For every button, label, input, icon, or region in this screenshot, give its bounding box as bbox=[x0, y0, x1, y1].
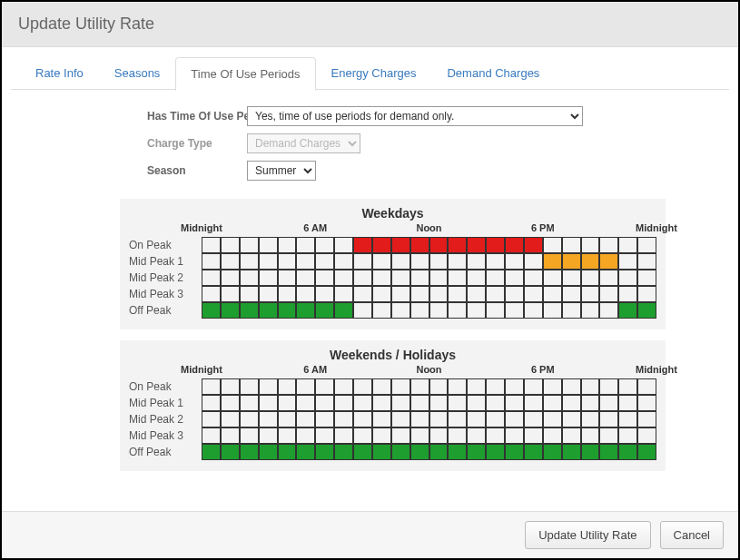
weekends-grid[interactable] bbox=[202, 378, 656, 460]
tou-cell[interactable] bbox=[543, 270, 562, 286]
tou-cell[interactable] bbox=[581, 253, 600, 270]
tou-cell[interactable] bbox=[618, 270, 637, 286]
tou-cell[interactable] bbox=[581, 270, 600, 286]
tou-cell[interactable] bbox=[240, 302, 259, 319]
weekdays-grid[interactable] bbox=[202, 237, 656, 319]
tou-cell[interactable] bbox=[467, 395, 486, 411]
tou-cell[interactable] bbox=[240, 378, 259, 395]
tou-cell[interactable] bbox=[259, 270, 278, 286]
select-season[interactable]: Summer bbox=[247, 161, 316, 181]
tou-cell[interactable] bbox=[353, 427, 372, 444]
tou-cell[interactable] bbox=[353, 411, 372, 427]
tou-cell[interactable] bbox=[202, 237, 221, 253]
tou-cell[interactable] bbox=[599, 237, 618, 253]
tou-cell[interactable] bbox=[240, 444, 259, 460]
tou-cell[interactable] bbox=[505, 395, 524, 411]
tou-cell[interactable] bbox=[391, 444, 410, 460]
tou-cell[interactable] bbox=[315, 286, 334, 302]
tab-energy-charges[interactable]: Energy Charges bbox=[316, 56, 432, 90]
tou-cell[interactable] bbox=[391, 395, 410, 411]
tou-cell[interactable] bbox=[259, 286, 278, 302]
tou-cell[interactable] bbox=[296, 253, 315, 270]
tou-cell[interactable] bbox=[505, 427, 524, 444]
cancel-button[interactable]: Cancel bbox=[660, 521, 724, 549]
tou-cell[interactable] bbox=[524, 427, 543, 444]
tou-cell[interactable] bbox=[202, 411, 221, 427]
tou-cell[interactable] bbox=[599, 427, 618, 444]
tou-cell[interactable] bbox=[524, 378, 543, 395]
select-has-tou[interactable]: Yes, time of use periods for demand only… bbox=[247, 106, 583, 126]
tou-cell[interactable] bbox=[505, 411, 524, 427]
tou-cell[interactable] bbox=[334, 237, 353, 253]
tou-cell[interactable] bbox=[637, 427, 656, 444]
tou-cell[interactable] bbox=[486, 253, 505, 270]
tou-cell[interactable] bbox=[259, 302, 278, 319]
tou-cell[interactable] bbox=[562, 444, 581, 460]
tou-cell[interactable] bbox=[334, 411, 353, 427]
tou-cell[interactable] bbox=[562, 237, 581, 253]
tou-cell[interactable] bbox=[278, 286, 297, 302]
tou-cell[interactable] bbox=[259, 253, 278, 270]
tou-cell[interactable] bbox=[524, 395, 543, 411]
tou-cell[interactable] bbox=[637, 270, 656, 286]
tou-cell[interactable] bbox=[259, 411, 278, 427]
tou-cell[interactable] bbox=[221, 378, 240, 395]
tou-cell[interactable] bbox=[278, 302, 297, 319]
tou-cell[interactable] bbox=[315, 302, 334, 319]
tou-cell[interactable] bbox=[296, 237, 315, 253]
tou-cell[interactable] bbox=[372, 444, 391, 460]
tou-cell[interactable] bbox=[524, 444, 543, 460]
tou-cell[interactable] bbox=[372, 395, 391, 411]
tou-cell[interactable] bbox=[581, 302, 600, 319]
tou-cell[interactable] bbox=[334, 395, 353, 411]
tou-cell[interactable] bbox=[429, 270, 449, 286]
tou-cell[interactable] bbox=[543, 427, 562, 444]
tou-cell[interactable] bbox=[202, 253, 221, 270]
tou-cell[interactable] bbox=[391, 237, 410, 253]
tou-cell[interactable] bbox=[372, 378, 391, 395]
tou-cell[interactable] bbox=[221, 270, 240, 286]
tou-cell[interactable] bbox=[278, 444, 297, 460]
tou-cell[interactable] bbox=[353, 444, 372, 460]
tou-cell[interactable] bbox=[240, 237, 259, 253]
tou-cell[interactable] bbox=[353, 395, 372, 411]
tou-cell[interactable] bbox=[505, 444, 524, 460]
tou-cell[interactable] bbox=[410, 395, 429, 411]
tou-cell[interactable] bbox=[599, 378, 618, 395]
tou-cell[interactable] bbox=[334, 427, 353, 444]
tou-cell[interactable] bbox=[296, 286, 315, 302]
tou-cell[interactable] bbox=[581, 427, 600, 444]
tou-cell[interactable] bbox=[221, 237, 240, 253]
tou-cell[interactable] bbox=[410, 444, 429, 460]
tou-cell[interactable] bbox=[524, 253, 543, 270]
tou-cell[interactable] bbox=[240, 286, 259, 302]
tou-cell[interactable] bbox=[372, 427, 391, 444]
tou-cell[interactable] bbox=[599, 253, 618, 270]
tou-cell[interactable] bbox=[296, 427, 315, 444]
tou-cell[interactable] bbox=[467, 427, 486, 444]
tou-cell[interactable] bbox=[278, 411, 297, 427]
tou-cell[interactable] bbox=[296, 270, 315, 286]
update-button[interactable]: Update Utility Rate bbox=[525, 521, 650, 549]
tou-cell[interactable] bbox=[202, 444, 221, 460]
tou-cell[interactable] bbox=[618, 395, 637, 411]
tou-cell[interactable] bbox=[410, 253, 429, 270]
tou-cell[interactable] bbox=[448, 286, 467, 302]
tou-cell[interactable] bbox=[543, 444, 562, 460]
tou-cell[interactable] bbox=[240, 411, 259, 427]
tou-cell[interactable] bbox=[391, 411, 410, 427]
tou-cell[interactable] bbox=[259, 444, 278, 460]
tou-cell[interactable] bbox=[221, 444, 240, 460]
tou-cell[interactable] bbox=[448, 411, 467, 427]
tou-cell[interactable] bbox=[334, 286, 353, 302]
tou-cell[interactable] bbox=[240, 427, 259, 444]
tou-cell[interactable] bbox=[562, 302, 581, 319]
tou-cell[interactable] bbox=[202, 378, 221, 395]
tou-cell[interactable] bbox=[259, 378, 278, 395]
tou-cell[interactable] bbox=[334, 270, 353, 286]
tou-cell[interactable] bbox=[524, 286, 543, 302]
tou-cell[interactable] bbox=[599, 302, 618, 319]
tou-cell[interactable] bbox=[618, 302, 637, 319]
tou-cell[interactable] bbox=[315, 411, 334, 427]
tou-cell[interactable] bbox=[524, 270, 543, 286]
